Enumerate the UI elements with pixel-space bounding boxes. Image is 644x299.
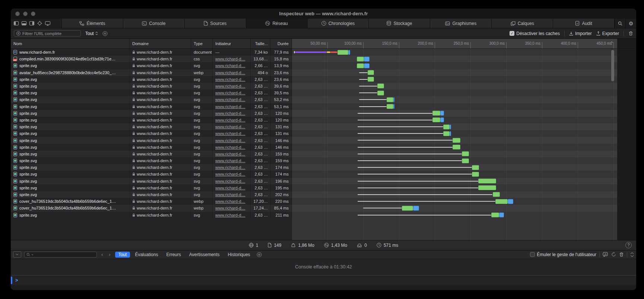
tab-audit[interactable]: Audit bbox=[553, 19, 615, 28]
waterfall-cell[interactable] bbox=[292, 89, 617, 96]
response-segment[interactable] bbox=[453, 138, 460, 143]
waterfall-cell[interactable] bbox=[292, 56, 617, 62]
console-scope-erreurs[interactable]: Erreurs bbox=[163, 252, 184, 258]
waiting-line[interactable] bbox=[359, 99, 387, 100]
download-segment[interactable] bbox=[499, 213, 504, 217]
waterfall-cell[interactable] bbox=[292, 205, 617, 211]
waiting-line[interactable] bbox=[359, 79, 368, 80]
response-segment[interactable] bbox=[478, 179, 496, 183]
network-request-row[interactable]: sprite.svg www.richard-dern.fr svg www.r… bbox=[11, 178, 636, 185]
waiting-line[interactable] bbox=[358, 194, 493, 195]
response-segment[interactable] bbox=[443, 131, 450, 136]
request-initiator-link[interactable]: www.richard-d… bbox=[215, 97, 245, 102]
request-initiator-link[interactable]: www.richard-d… bbox=[215, 213, 245, 217]
waterfall-cell[interactable] bbox=[292, 137, 617, 144]
request-initiator-link[interactable]: www.richard-d… bbox=[215, 125, 245, 129]
response-segment[interactable] bbox=[478, 185, 496, 190]
clear-console-icon[interactable] bbox=[619, 252, 624, 257]
request-initiator-link[interactable]: www.richard-d… bbox=[215, 179, 245, 183]
dock-right-icon[interactable] bbox=[29, 21, 34, 25]
search-button[interactable] bbox=[615, 19, 625, 28]
download-segment[interactable] bbox=[440, 117, 444, 122]
waiting-line[interactable] bbox=[358, 215, 491, 215]
waterfall-cell[interactable] bbox=[292, 164, 617, 171]
waiting-line[interactable] bbox=[358, 113, 433, 114]
waterfall-cell[interactable] bbox=[292, 171, 617, 177]
network-request-row[interactable]: sprite.svg www.richard-dern.fr svg www.r… bbox=[11, 89, 636, 96]
waiting-line[interactable] bbox=[359, 106, 387, 107]
network-request-row[interactable]: sprite.svg www.richard-dern.fr svg www.r… bbox=[11, 151, 636, 157]
network-request-row[interactable]: sprite.svg www.richard-dern.fr svg www.r… bbox=[11, 171, 636, 177]
disable-caches-checkbox[interactable]: ✓ Désactiver les caches bbox=[510, 31, 560, 36]
waterfall-cell[interactable] bbox=[292, 178, 617, 185]
response-segment[interactable] bbox=[432, 117, 440, 122]
console-scope-historiques[interactable]: Historiques bbox=[225, 252, 254, 258]
waiting-line[interactable] bbox=[358, 120, 433, 120]
download-segment[interactable] bbox=[348, 50, 350, 55]
request-initiator-link[interactable]: www.richard-d… bbox=[215, 70, 245, 75]
console-options-icon[interactable] bbox=[257, 252, 262, 257]
waiting-line[interactable] bbox=[358, 126, 443, 127]
column-header-duration[interactable]: Durée bbox=[270, 39, 292, 48]
console-prompt[interactable]: > bbox=[11, 276, 636, 285]
download-segment[interactable] bbox=[364, 63, 369, 68]
waterfall-cell[interactable] bbox=[292, 130, 617, 137]
waterfall-cell[interactable] bbox=[292, 212, 617, 218]
waiting-line[interactable] bbox=[359, 86, 378, 86]
tab-sources[interactable]: Sources bbox=[184, 19, 246, 28]
network-request-row[interactable]: cover_hu736519dc3b5040cfa48b6b559b6de6ec… bbox=[11, 198, 636, 205]
column-header-domain[interactable]: Domaine bbox=[130, 39, 191, 48]
download-segment[interactable] bbox=[450, 125, 451, 129]
tab-console[interactable]: Console bbox=[123, 19, 184, 28]
waterfall-cell[interactable] bbox=[292, 83, 617, 89]
network-request-row[interactable]: sprite.svg www.richard-dern.fr svg www.r… bbox=[11, 191, 636, 198]
response-segment[interactable] bbox=[495, 199, 508, 204]
response-segment[interactable] bbox=[462, 158, 469, 163]
download-segment[interactable] bbox=[440, 111, 444, 116]
request-segment[interactable] bbox=[327, 51, 330, 53]
download-segment[interactable] bbox=[393, 97, 395, 102]
next-result-button[interactable]: › bbox=[107, 252, 112, 257]
waterfall-cell[interactable] bbox=[292, 185, 617, 191]
network-request-row[interactable]: sprite.svg www.richard-dern.fr svg www.r… bbox=[11, 76, 636, 83]
waterfall-cell[interactable] bbox=[292, 157, 617, 164]
waiting-line[interactable] bbox=[358, 188, 479, 188]
request-initiator-link[interactable]: www.richard-d… bbox=[215, 199, 245, 204]
tab-elements[interactable]: Éléments bbox=[61, 19, 123, 28]
waiting-line[interactable] bbox=[358, 147, 453, 148]
request-initiator-link[interactable]: www.richard-d… bbox=[215, 111, 245, 116]
help-button[interactable]: ? bbox=[625, 242, 632, 248]
request-initiator-link[interactable]: www.richard-d… bbox=[215, 57, 245, 61]
download-segment[interactable] bbox=[450, 131, 451, 136]
response-segment[interactable] bbox=[491, 213, 499, 217]
connection-segment[interactable] bbox=[295, 51, 327, 53]
download-segment[interactable] bbox=[364, 57, 369, 62]
response-segment[interactable] bbox=[368, 70, 374, 75]
tab-reseau[interactable]: Réseau bbox=[246, 19, 307, 28]
waiting-line[interactable] bbox=[363, 208, 402, 208]
response-segment[interactable] bbox=[493, 192, 500, 197]
emulate-user-gesture-checkbox[interactable]: Émuler le geste de l'utilisateur bbox=[530, 252, 596, 257]
import-button[interactable]: Importer bbox=[569, 31, 592, 36]
request-initiator-link[interactable]: www.richard-d… bbox=[215, 91, 245, 95]
request-initiator-link[interactable]: www.richard-d… bbox=[215, 158, 245, 163]
response-segment[interactable] bbox=[377, 91, 384, 95]
network-request-row[interactable]: sprite.svg www.richard-dern.fr svg www.r… bbox=[11, 137, 636, 144]
console-filter-dropdown[interactable] bbox=[13, 251, 21, 258]
waterfall-cell[interactable] bbox=[292, 62, 617, 69]
network-request-row[interactable]: sprite.svg www.richard-dern.fr svg www.r… bbox=[11, 212, 636, 218]
network-request-row[interactable]: sprite.svg www.richard-dern.fr svg www.r… bbox=[11, 144, 636, 151]
tab-stockage[interactable]: Stockage bbox=[368, 19, 430, 28]
waiting-line[interactable] bbox=[358, 181, 479, 182]
waterfall-cell[interactable] bbox=[292, 69, 617, 76]
reload-icon[interactable] bbox=[611, 252, 616, 257]
response-segment[interactable] bbox=[368, 77, 374, 82]
console-search-input[interactable] bbox=[24, 252, 97, 258]
tab-graphismes[interactable]: Graphismes bbox=[430, 19, 491, 28]
waiting-line[interactable] bbox=[358, 140, 453, 141]
request-initiator-link[interactable]: www.richard-d… bbox=[215, 145, 245, 150]
dock-bottom-icon[interactable] bbox=[22, 21, 26, 25]
device-icon[interactable] bbox=[45, 21, 50, 26]
waiting-line[interactable] bbox=[358, 167, 472, 168]
network-request-row[interactable]: sprite.svg www.richard-dern.fr svg www.r… bbox=[11, 96, 636, 103]
